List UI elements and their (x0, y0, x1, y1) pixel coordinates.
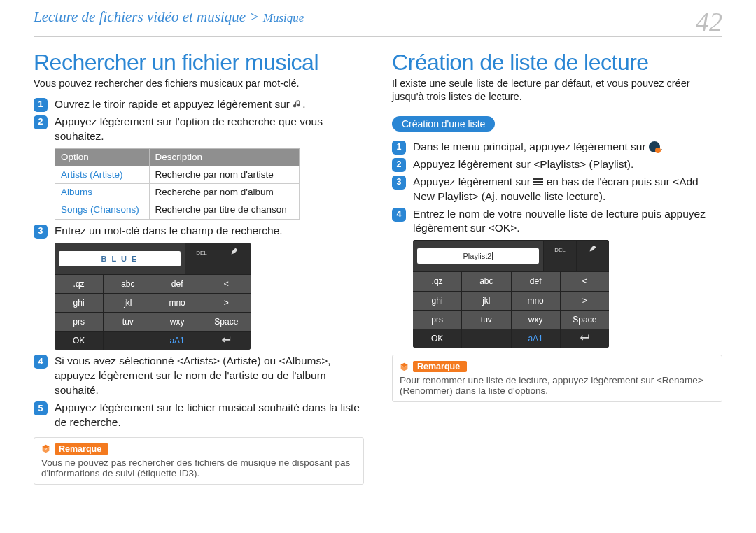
keypad-key: .qz (413, 272, 462, 290)
right-column: Création de liste de lecture Il existe u… (392, 45, 722, 485)
keypad-input-value: Playlist2 (417, 248, 539, 264)
note-badge: Remarque (55, 443, 108, 455)
keypad-key (104, 332, 153, 350)
left-step-3-text: Entrez un mot-clé dans le champ de reche… (55, 224, 364, 239)
keypad-key: wxy (512, 311, 561, 329)
left-lead: Vous pouvez rechercher des fichiers musi… (34, 77, 364, 90)
step-number-3: 3 (34, 225, 48, 239)
keypad-key: Space (202, 313, 251, 331)
right-step-3-text-a: Appuyez légèrement sur (413, 176, 533, 187)
right-step-1-body: Dans le menu principal, appuyez légèreme… (413, 140, 722, 155)
keypad-key: tuv (462, 311, 511, 329)
keypad-key: < (561, 272, 609, 290)
right-step-3: 3 Appuyez légèrement sur en bas de l'écr… (392, 175, 722, 204)
keypad-key: mno (153, 294, 202, 312)
keypad-row: .qz abc def < (413, 271, 609, 290)
keypad-key: def (153, 275, 202, 293)
right-step-4-text: Entrez le nom de votre nouvelle liste de… (413, 207, 722, 236)
step-number-4: 4 (392, 208, 406, 222)
right-lead: Il existe une seule liste de lecture par… (392, 77, 722, 104)
breadcrumb-section: Musique (263, 11, 304, 24)
option-artists: Artists (Artiste) (55, 166, 150, 183)
keypad-key: ghi (55, 294, 104, 312)
step-number-2: 2 (34, 115, 48, 129)
keypad-input: B L U E (55, 243, 186, 274)
table-header-row: Option Description (55, 148, 300, 166)
note-cube-icon (41, 444, 50, 453)
table-row: Songs (Chansons) Recherche par titre de … (55, 201, 300, 219)
step-number-1: 1 (392, 141, 406, 155)
keypad-row: ghi jkl mno > (55, 293, 251, 312)
keypad-del-key: DEL (186, 243, 218, 274)
left-column: Rechercher un fichier musical Vous pouve… (34, 45, 364, 485)
keypad-key: abc (462, 272, 511, 290)
keypad-input: Playlist2 (413, 241, 544, 271)
table-head-option: Option (55, 148, 150, 166)
keypad-key: .qz (55, 275, 104, 293)
step-number-5: 5 (34, 401, 48, 415)
step-number-2: 2 (392, 158, 406, 172)
left-step-4-text: Si vous avez sélectionné <Artists> (Arti… (55, 354, 364, 398)
table-row: Artists (Artiste) Recherche par nom d'ar… (55, 166, 300, 183)
keypad-top-row: B L U E DEL (55, 243, 251, 274)
step-number-4: 4 (34, 355, 48, 369)
right-step-3-body: Appuyez légèrement sur en bas de l'écran… (413, 175, 722, 204)
keypad-key: mno (512, 292, 561, 310)
left-step-1-tail: . (302, 98, 305, 110)
keypad-key (462, 329, 511, 348)
left-step-3: 3 Entrez un mot-clé dans le champ de rec… (34, 224, 364, 239)
right-note-box: Remarque Pour renommer une liste de lect… (392, 355, 722, 402)
left-step-4: 4 Si vous avez sélectionné <Artists> (Ar… (34, 354, 364, 398)
keypad-row: prs tuv wxy Space (413, 310, 609, 329)
left-step-5-text: Appuyez légèrement sur le fichier musica… (55, 401, 364, 430)
right-step-2-text: Appuyez légèrement sur <Playlists> (Play… (413, 157, 722, 172)
keypad-key: prs (55, 313, 104, 331)
left-step-1-text: Ouvrez le tiroir rapide et appuyez légèr… (55, 98, 293, 110)
right-step-1-text-a: Dans le menu principal, appuyez légèreme… (413, 141, 649, 152)
keypad-ok-key: OK (413, 329, 462, 348)
keypad-row: OK aA1 (55, 331, 251, 350)
hamburger-icon (533, 177, 543, 187)
keypad-key: Space (561, 311, 609, 329)
breadcrumb-main: Lecture de fichiers vidéo et musique > (34, 8, 263, 25)
left-step-5: 5 Appuyez légèrement sur le fichier musi… (34, 401, 364, 430)
option-songs: Songs (Chansons) (55, 201, 150, 219)
options-table: Option Description Artists (Artiste) Rec… (55, 148, 300, 220)
right-steps: 1 Dans le menu principal, appuyez légère… (392, 140, 722, 348)
keypad-mode-key: aA1 (512, 329, 561, 348)
keypad-del-key: DEL (544, 241, 577, 271)
keypad-edit-icon (577, 241, 609, 271)
keypad-ok-key: OK (55, 332, 104, 350)
playlist-app-icon (649, 141, 660, 152)
keypad-screenshot-left: B L U E DEL .qz abc def < ghi jkl mno (55, 243, 251, 350)
keypad-edit-icon (218, 243, 251, 274)
left-step-1: 1 Ouvrez le tiroir rapide et appuyez lég… (34, 97, 364, 112)
music-note-icon (293, 99, 302, 108)
keypad-key: jkl (462, 292, 511, 310)
content-columns: Rechercher un fichier musical Vous pouve… (34, 45, 722, 485)
right-step-1: 1 Dans le menu principal, appuyez légère… (392, 140, 722, 155)
option-albums: Albums (55, 184, 150, 201)
keypad-screenshot-right: Playlist2 DEL .qz abc def < ghi jkl mno (413, 240, 609, 348)
table-row: Albums Recherche par nom d'album (55, 184, 300, 201)
desc-albums: Recherche par nom d'album (149, 184, 299, 201)
step-number-1: 1 (34, 98, 48, 112)
keypad-row: .qz abc def < (55, 274, 251, 293)
keypad-return-icon (561, 329, 609, 348)
keypad-row: prs tuv wxy Space (55, 312, 251, 331)
left-note-body: Vous ne pouvez pas rechercher des fichie… (41, 457, 356, 478)
page-number: 42 (696, 8, 722, 35)
keypad-key: jkl (104, 294, 153, 312)
table-head-description: Description (149, 148, 299, 166)
left-title: Rechercher un fichier musical (34, 50, 364, 76)
keypad-input-value: B L U E (59, 251, 181, 266)
keypad-key: abc (104, 275, 153, 293)
keypad-mode-key: aA1 (153, 332, 202, 350)
keypad-row: OK aA1 (413, 329, 609, 348)
note-cube-icon (400, 362, 409, 371)
left-steps: 1 Ouvrez le tiroir rapide et appuyez lég… (34, 97, 364, 430)
note-head: Remarque (400, 361, 715, 372)
keypad-key: wxy (153, 313, 202, 331)
desc-songs: Recherche par titre de chanson (149, 201, 299, 219)
step-number-3: 3 (392, 176, 406, 190)
